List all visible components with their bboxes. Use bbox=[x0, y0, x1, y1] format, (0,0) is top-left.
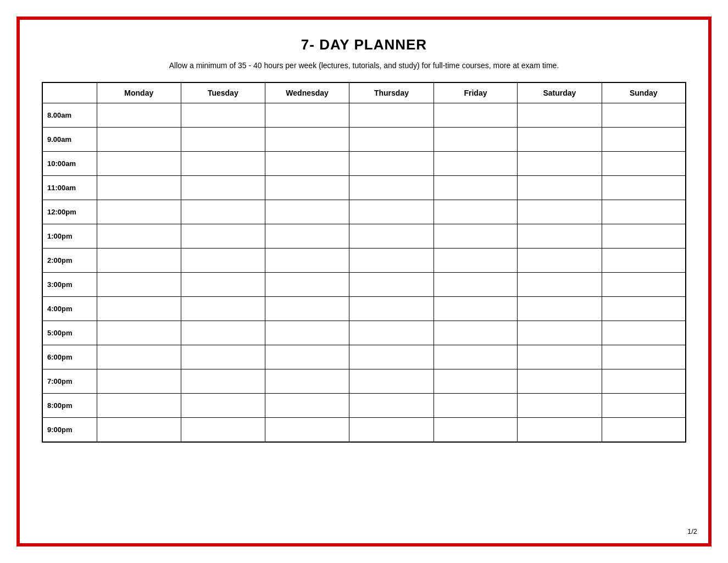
table-row: 9.00am bbox=[42, 128, 686, 152]
planner-cell[interactable] bbox=[518, 394, 602, 418]
planner-cell[interactable] bbox=[181, 297, 265, 321]
planner-cell[interactable] bbox=[181, 128, 265, 152]
planner-cell[interactable] bbox=[602, 224, 686, 249]
planner-cell[interactable] bbox=[518, 152, 602, 176]
planner-cell[interactable] bbox=[181, 369, 265, 394]
planner-cell[interactable] bbox=[434, 321, 518, 345]
planner-cell[interactable] bbox=[181, 249, 265, 273]
planner-cell[interactable] bbox=[181, 321, 265, 345]
planner-cell[interactable] bbox=[181, 224, 265, 249]
planner-cell[interactable] bbox=[97, 394, 181, 418]
planner-cell[interactable] bbox=[602, 128, 686, 152]
planner-cell[interactable] bbox=[349, 345, 434, 369]
planner-cell[interactable] bbox=[434, 273, 518, 297]
planner-cell[interactable] bbox=[97, 200, 181, 224]
planner-cell[interactable] bbox=[349, 176, 434, 200]
planner-cell[interactable] bbox=[97, 176, 181, 200]
planner-cell[interactable] bbox=[97, 103, 181, 128]
planner-cell[interactable] bbox=[97, 152, 181, 176]
planner-cell[interactable] bbox=[97, 224, 181, 249]
planner-cell[interactable] bbox=[181, 394, 265, 418]
planner-cell[interactable] bbox=[602, 369, 686, 394]
planner-cell[interactable] bbox=[265, 418, 349, 442]
planner-cell[interactable] bbox=[349, 369, 434, 394]
planner-cell[interactable] bbox=[349, 321, 434, 345]
planner-cell[interactable] bbox=[518, 249, 602, 273]
planner-cell[interactable] bbox=[349, 103, 434, 128]
planner-cell[interactable] bbox=[518, 273, 602, 297]
planner-cell[interactable] bbox=[181, 200, 265, 224]
planner-cell[interactable] bbox=[518, 418, 602, 442]
planner-cell[interactable] bbox=[181, 103, 265, 128]
planner-cell[interactable] bbox=[181, 273, 265, 297]
planner-cell[interactable] bbox=[97, 297, 181, 321]
planner-cell[interactable] bbox=[349, 200, 434, 224]
planner-cell[interactable] bbox=[434, 200, 518, 224]
planner-cell[interactable] bbox=[434, 176, 518, 200]
planner-cell[interactable] bbox=[602, 152, 686, 176]
planner-cell[interactable] bbox=[602, 249, 686, 273]
planner-cell[interactable] bbox=[434, 345, 518, 369]
planner-cell[interactable] bbox=[434, 418, 518, 442]
planner-cell[interactable] bbox=[265, 345, 349, 369]
planner-cell[interactable] bbox=[518, 128, 602, 152]
planner-cell[interactable] bbox=[97, 369, 181, 394]
planner-cell[interactable] bbox=[434, 103, 518, 128]
planner-cell[interactable] bbox=[349, 128, 434, 152]
planner-cell[interactable] bbox=[434, 152, 518, 176]
planner-cell[interactable] bbox=[349, 297, 434, 321]
planner-cell[interactable] bbox=[265, 394, 349, 418]
planner-cell[interactable] bbox=[97, 249, 181, 273]
planner-cell[interactable] bbox=[518, 321, 602, 345]
planner-cell[interactable] bbox=[434, 297, 518, 321]
time-label: 2:00pm bbox=[42, 249, 97, 273]
planner-cell[interactable] bbox=[265, 321, 349, 345]
planner-cell[interactable] bbox=[602, 103, 686, 128]
planner-cell[interactable] bbox=[602, 273, 686, 297]
planner-cell[interactable] bbox=[349, 394, 434, 418]
planner-cell[interactable] bbox=[265, 249, 349, 273]
planner-cell[interactable] bbox=[265, 200, 349, 224]
planner-cell[interactable] bbox=[265, 297, 349, 321]
planner-cell[interactable] bbox=[518, 224, 602, 249]
planner-cell[interactable] bbox=[265, 273, 349, 297]
planner-cell[interactable] bbox=[349, 418, 434, 442]
planner-cell[interactable] bbox=[602, 200, 686, 224]
planner-cell[interactable] bbox=[349, 152, 434, 176]
planner-cell[interactable] bbox=[518, 345, 602, 369]
planner-cell[interactable] bbox=[181, 345, 265, 369]
planner-cell[interactable] bbox=[518, 200, 602, 224]
planner-cell[interactable] bbox=[181, 418, 265, 442]
planner-cell[interactable] bbox=[181, 176, 265, 200]
planner-cell[interactable] bbox=[602, 394, 686, 418]
planner-cell[interactable] bbox=[518, 297, 602, 321]
planner-cell[interactable] bbox=[349, 273, 434, 297]
planner-cell[interactable] bbox=[265, 224, 349, 249]
planner-cell[interactable] bbox=[602, 418, 686, 442]
planner-cell[interactable] bbox=[265, 152, 349, 176]
planner-cell[interactable] bbox=[434, 369, 518, 394]
planner-cell[interactable] bbox=[602, 176, 686, 200]
planner-cell[interactable] bbox=[434, 394, 518, 418]
planner-cell[interactable] bbox=[181, 152, 265, 176]
planner-cell[interactable] bbox=[97, 273, 181, 297]
planner-cell[interactable] bbox=[265, 103, 349, 128]
planner-cell[interactable] bbox=[602, 297, 686, 321]
planner-cell[interactable] bbox=[434, 224, 518, 249]
planner-cell[interactable] bbox=[518, 176, 602, 200]
planner-cell[interactable] bbox=[434, 128, 518, 152]
planner-cell[interactable] bbox=[518, 369, 602, 394]
planner-cell[interactable] bbox=[602, 321, 686, 345]
planner-cell[interactable] bbox=[349, 249, 434, 273]
planner-cell[interactable] bbox=[97, 345, 181, 369]
planner-cell[interactable] bbox=[434, 249, 518, 273]
planner-cell[interactable] bbox=[602, 345, 686, 369]
planner-cell[interactable] bbox=[97, 321, 181, 345]
planner-cell[interactable] bbox=[349, 224, 434, 249]
planner-cell[interactable] bbox=[518, 103, 602, 128]
planner-cell[interactable] bbox=[97, 128, 181, 152]
planner-cell[interactable] bbox=[265, 128, 349, 152]
planner-cell[interactable] bbox=[265, 369, 349, 394]
planner-cell[interactable] bbox=[97, 418, 181, 442]
planner-cell[interactable] bbox=[265, 176, 349, 200]
